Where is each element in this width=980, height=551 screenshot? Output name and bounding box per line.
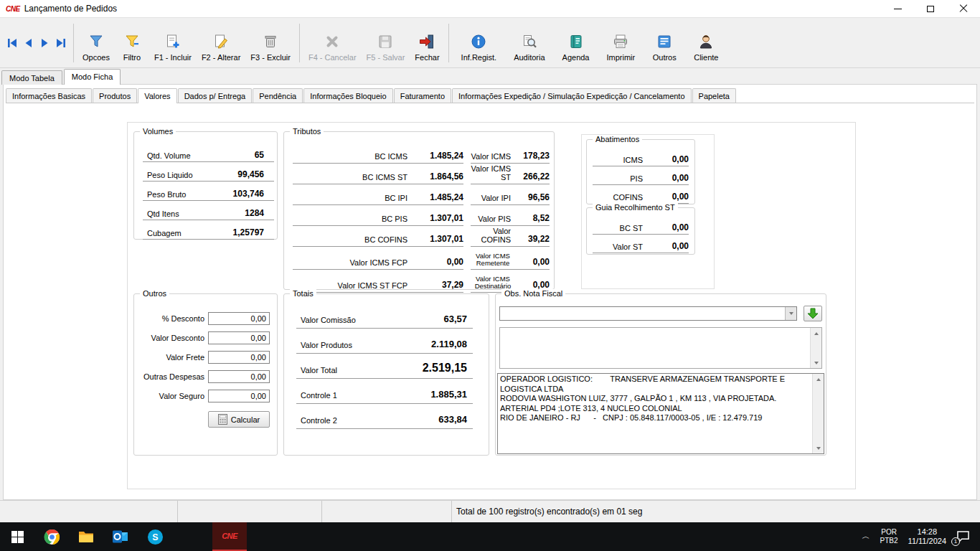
filter-icon [123, 33, 141, 50]
windows-logo-icon [11, 531, 24, 543]
edit-button[interactable]: F2 - Alterar [197, 20, 245, 66]
audit-button[interactable]: Auditoria [509, 20, 550, 66]
last-record-icon [55, 38, 66, 48]
cancel-button: F4 - Cancelar [303, 20, 362, 66]
scroll-up-button[interactable] [813, 374, 824, 385]
ficha-page: Informações Basicas Produtos Valores Dad… [3, 84, 977, 500]
operator-note-textarea[interactable]: OPERADOR LOGISTICO: TRANSERVE ARMAZENAGE… [497, 373, 824, 454]
valor-frete-input[interactable] [208, 351, 270, 364]
abatimentos-groupbox: Abatimentos ICMS0,00 PIS0,00 COFINS0,00 [586, 139, 695, 204]
tributos-row-cofins: BC COFINS1.307,01 Valor COFINS39,22 [293, 227, 550, 247]
tray-expand-chevron[interactable]: ︿ [862, 531, 870, 542]
insert-icon [164, 33, 182, 50]
taskbar-explorer-button[interactable] [69, 522, 103, 551]
note-scrollbar[interactable] [812, 374, 824, 453]
options-button[interactable]: Opcoes [77, 20, 115, 66]
save-icon [377, 33, 394, 50]
close-button[interactable] [947, 0, 980, 17]
guia-row-bc-st: BC ST0,00 [593, 217, 689, 235]
last-record-button[interactable] [53, 37, 67, 50]
previous-record-icon [24, 38, 33, 48]
outras-despesas-input[interactable] [208, 370, 270, 383]
filter-button[interactable]: Filtro [115, 20, 149, 66]
tab-informacoes-basicas[interactable]: Informações Basicas [6, 88, 92, 103]
first-record-button[interactable] [6, 37, 19, 50]
tributos-row-pis: BC PIS1.307,01 Valor PIS8,52 [293, 206, 550, 226]
tributos-row-icms: BC ICMS1.485,24 Valor ICMS178,23 [293, 143, 550, 164]
outros-groupbox: Outros % Desconto Valor Desconto Valor F… [133, 293, 278, 456]
close-window-button[interactable]: Fechar [410, 20, 444, 66]
record-info-button[interactable]: Inf.Regist. [456, 20, 502, 66]
guia-st-title: Guia Recolhimento ST [593, 203, 678, 212]
taskbar-chrome-button[interactable] [34, 522, 69, 551]
others-icon [656, 33, 673, 50]
total-row-controle-2: Controle 2633,84 [296, 405, 473, 429]
start-button[interactable] [0, 522, 34, 551]
tab-expedicao[interactable]: Informações Expedição / Simulação Expedi… [452, 88, 692, 103]
tab-faturamento[interactable]: Faturamento [394, 88, 451, 103]
valor-seguro-input[interactable] [208, 390, 270, 402]
taskbar-skype-button[interactable]: S [138, 522, 172, 551]
maximize-button[interactable] [914, 0, 947, 17]
obs-combobox[interactable] [499, 306, 797, 321]
tab-produtos[interactable]: Produtos [93, 88, 137, 103]
chevron-down-icon [789, 312, 793, 315]
valor-desconto-input[interactable] [208, 331, 270, 344]
delete-button[interactable]: F3 - Excluir [245, 20, 296, 66]
minimize-icon [894, 9, 902, 9]
outlook-icon [112, 528, 129, 545]
volume-row-qtd-volume: Qtd. Volume65 [143, 143, 274, 162]
valores-panel: Volumes Qtd. Volume65 Peso Liquido99,456… [127, 122, 856, 489]
scroll-down-button[interactable] [813, 443, 824, 453]
tab-dados-entrega[interactable]: Dados p/ Entrega [178, 88, 253, 103]
insert-button[interactable]: F1 - Incluir [149, 20, 197, 66]
next-record-button[interactable] [37, 37, 51, 50]
green-down-arrow-icon [807, 308, 819, 319]
volumes-title: Volumes [140, 127, 176, 136]
tab-modo-tabela[interactable]: Modo Tabela [1, 70, 62, 85]
agenda-button[interactable]: Agenda [557, 20, 595, 66]
clock-button[interactable]: 14:28 11/11/2024 [908, 527, 946, 546]
volume-row-peso-liquido: Peso Liquido99,456 [143, 163, 274, 182]
combobox-dropdown-button[interactable] [785, 307, 796, 320]
client-button[interactable]: Cliente [689, 20, 723, 66]
tributos-groupbox: Tributos BC ICMS1.485,24 Valor ICMS178,2… [283, 131, 555, 290]
delete-icon [262, 33, 279, 50]
statusbar-record-count: Total de 100 registro(s) encontrado(s) e… [452, 501, 980, 522]
tab-informacoes-bloqueio[interactable]: Informações Bloqueio [303, 88, 392, 103]
next-record-icon [40, 38, 49, 48]
tributos-row-ipi: BC IPI1.485,24 Valor IPI96,56 [293, 185, 550, 205]
scroll-down-button[interactable] [811, 357, 821, 368]
scroll-up-button[interactable] [811, 328, 821, 339]
obs-memo-textarea[interactable] [499, 327, 822, 369]
others-button[interactable]: Outros [647, 20, 682, 66]
print-button[interactable]: Imprimir [602, 20, 641, 66]
minimize-button[interactable] [881, 0, 914, 17]
volume-row-qtd-itens: Qtd Itens1284 [143, 202, 274, 220]
statusbar-panel-1 [0, 501, 178, 522]
calcular-button[interactable]: Calcular [208, 411, 270, 428]
volume-row-cubagem: Cubagem1,25797 [143, 221, 274, 240]
skype-icon: S [147, 529, 164, 545]
operator-note-text: OPERADOR LOGISTICO: TRANSERVE ARMAZENAGE… [500, 375, 811, 453]
volumes-groupbox: Volumes Qtd. Volume65 Peso Liquido99,456… [133, 131, 278, 240]
edit-icon [212, 33, 230, 50]
cancel-icon [324, 33, 341, 50]
taskbar-outlook-button[interactable] [103, 522, 138, 551]
keyboard-language-button[interactable]: POR PTB2 [880, 528, 898, 545]
memo-scrollbar[interactable] [810, 328, 821, 368]
tab-pendencia[interactable]: Pendência [253, 88, 303, 103]
tab-papeleta[interactable]: Papeleta [692, 88, 736, 103]
perc-desconto-input[interactable] [208, 312, 270, 325]
arrow-up-icon [816, 378, 821, 381]
guia-st-groupbox: Guia Recolhimento ST BC ST0,00 Valor ST0… [586, 207, 695, 255]
taskbar-cne-app-button[interactable]: CNE [212, 522, 247, 551]
tab-valores[interactable]: Valores [138, 88, 176, 103]
agenda-icon [567, 33, 585, 50]
tab-modo-ficha[interactable]: Modo Ficha [64, 69, 121, 85]
statusbar-panel-3 [322, 501, 452, 522]
previous-record-button[interactable] [22, 37, 35, 50]
action-center-button[interactable]: 1 [956, 530, 970, 544]
abatimentos-title: Abatimentos [593, 135, 642, 143]
obs-insert-button[interactable] [804, 306, 822, 321]
